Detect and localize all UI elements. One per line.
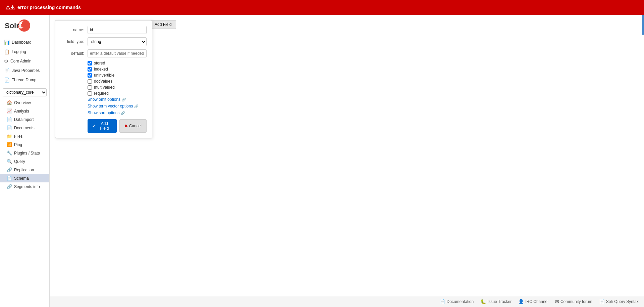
ping-icon: 📶 — [7, 142, 12, 147]
form-name-row: name: — [61, 26, 147, 34]
right-side: Add Field name: field type: string text_… — [50, 15, 644, 307]
sidebar-item-core-admin[interactable]: ⚙ Core Admin — [0, 56, 49, 66]
stored-label: stored — [94, 61, 105, 65]
sidebar-item-documents[interactable]: 📄 Documents — [0, 124, 49, 132]
sidebar-logo: Solr — [0, 15, 49, 38]
uninvertible-checkbox-row: uninvertible — [88, 73, 147, 78]
form-field-type-row: field type: string text_general int long… — [61, 37, 147, 46]
field-type-label: field type: — [61, 39, 88, 44]
name-input[interactable] — [88, 26, 147, 34]
core-admin-icon: ⚙ — [4, 58, 8, 64]
footer: 📄 Documentation 🐛 Issue Tracker 👤 IRC Ch… — [50, 296, 644, 307]
sidebar-item-schema[interactable]: 📄 Schema — [0, 174, 49, 182]
core-select[interactable]: dictionary_core — [3, 88, 47, 96]
show-term-vector-link[interactable]: Show term vector options 🔗 — [88, 104, 147, 108]
uninvertible-checkbox[interactable] — [88, 73, 92, 78]
svg-text:Solr: Solr — [5, 21, 19, 30]
add-field-button[interactable]: ✔ Add Field — [88, 119, 117, 133]
thread-dump-icon: 📄 — [4, 77, 10, 83]
default-input[interactable] — [88, 49, 147, 57]
dataimport-icon: 📄 — [7, 117, 12, 122]
default-label: default: — [61, 51, 88, 56]
docvalues-checkbox[interactable] — [88, 79, 92, 84]
sidebar-item-query[interactable]: 🔍 Query — [0, 157, 49, 166]
stored-checkbox[interactable] — [88, 61, 92, 65]
error-bar: ⚠⚠ error processing commands — [0, 0, 644, 15]
overview-icon: 🏠 — [7, 100, 12, 105]
name-label: name: — [61, 28, 88, 32]
docvalues-label: docValues — [94, 79, 112, 84]
show-sort-options-link[interactable]: Show sort options 🔗 — [88, 111, 147, 115]
multivalued-checkbox[interactable] — [88, 85, 92, 90]
java-properties-icon: 📄 — [4, 68, 10, 73]
footer-issue-tracker-link[interactable]: 🐛 Issue Tracker — [480, 299, 512, 304]
main-content: Add Field name: field type: string text_… — [50, 15, 644, 296]
plugins-icon: 🔧 — [7, 150, 12, 156]
add-field-checkmark: ✔ — [92, 124, 96, 128]
footer-solr-query-syntax-link[interactable]: 📄 Solr Query Syntax — [599, 299, 639, 304]
error-icon: ⚠⚠ — [5, 4, 15, 11]
multivalued-checkbox-row: multiValued — [88, 85, 147, 90]
scrollbar-indicator[interactable] — [642, 15, 644, 35]
core-selector[interactable]: dictionary_core — [3, 88, 47, 96]
show-omit-options-link[interactable]: Show omit options 🔗 — [88, 97, 147, 102]
logging-icon: 📋 — [4, 49, 10, 54]
required-checkbox-row: required — [88, 91, 147, 96]
form-default-row: default: — [61, 49, 147, 57]
uninvertible-label: uninvertible — [94, 73, 114, 78]
sidebar: Solr 📊 Dashboard 📋 Logging ⚙ Core Admin … — [0, 15, 50, 307]
docvalues-checkbox-row: docValues — [88, 79, 147, 84]
sidebar-item-analysis[interactable]: 📈 Analysis — [0, 107, 49, 115]
omit-options-icon: 🔗 — [122, 98, 126, 101]
form-buttons: ✔ Add Field ✖ Cancel — [88, 119, 147, 133]
issue-tracker-icon: 🐛 — [480, 299, 486, 304]
indexed-checkbox[interactable] — [88, 67, 92, 72]
cancel-x-icon: ✖ — [124, 124, 128, 128]
query-icon: 🔍 — [7, 159, 12, 164]
sidebar-item-overview[interactable]: 🏠 Overview — [0, 98, 49, 107]
documents-icon: 📄 — [7, 125, 12, 130]
cancel-button[interactable]: ✖ Cancel — [119, 119, 147, 133]
sidebar-item-files[interactable]: 📁 Files — [0, 132, 49, 140]
sidebar-item-thread-dump[interactable]: 📄 Thread Dump — [0, 75, 49, 85]
solr-logo-svg: Solr — [4, 19, 31, 32]
add-field-panel: name: field type: string text_general in… — [55, 20, 152, 138]
sidebar-divider — [0, 86, 49, 86]
sidebar-item-plugins-stats[interactable]: 🔧 Plugins / Stats — [0, 149, 49, 157]
sidebar-item-ping[interactable]: 📶 Ping — [0, 140, 49, 149]
stored-checkbox-row: stored — [88, 61, 147, 65]
sidebar-item-segments-info[interactable]: 🔗 Segments info — [0, 182, 49, 191]
footer-irc-channel-link[interactable]: 👤 IRC Channel — [518, 299, 548, 304]
sort-options-icon: 🔗 — [121, 111, 125, 115]
top-add-field-button[interactable]: Add Field — [150, 20, 176, 29]
sidebar-item-dataimport[interactable]: 📄 Dataimport — [0, 115, 49, 124]
sidebar-item-logging[interactable]: 📋 Logging — [0, 47, 49, 56]
term-vector-icon: 🔗 — [134, 104, 138, 108]
checkbox-group: stored indexed uninvertible docValues — [88, 61, 147, 96]
required-checkbox[interactable] — [88, 91, 92, 96]
error-message: error processing commands — [17, 5, 81, 10]
segments-info-icon: 🔗 — [7, 184, 12, 189]
footer-community-forum-link[interactable]: ✉ Community forum — [555, 299, 592, 304]
multivalued-label: multiValued — [94, 85, 115, 90]
solr-query-syntax-icon: 📄 — [599, 299, 605, 304]
replication-icon: 🔗 — [7, 167, 12, 172]
footer-documentation-link[interactable]: 📄 Documentation — [439, 299, 474, 304]
sidebar-item-replication[interactable]: 🔗 Replication — [0, 166, 49, 174]
analysis-icon: 📈 — [7, 108, 12, 114]
files-icon: 📁 — [7, 134, 12, 139]
documentation-icon: 📄 — [439, 299, 445, 304]
irc-channel-icon: 👤 — [518, 299, 524, 304]
dashboard-icon: 📊 — [4, 40, 10, 45]
indexed-checkbox-row: indexed — [88, 67, 147, 72]
required-label: required — [94, 91, 109, 96]
schema-icon: 📄 — [7, 176, 12, 181]
sidebar-item-dashboard[interactable]: 📊 Dashboard — [0, 38, 49, 47]
community-forum-icon: ✉ — [555, 299, 559, 304]
field-type-select[interactable]: string text_general int long float doubl… — [88, 37, 147, 46]
indexed-label: indexed — [94, 67, 108, 72]
sidebar-item-java-properties[interactable]: 📄 Java Properties — [0, 66, 49, 75]
